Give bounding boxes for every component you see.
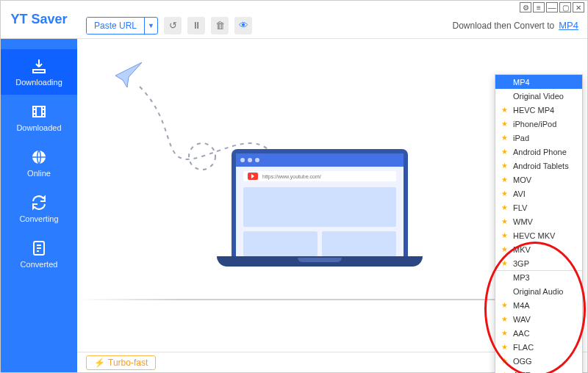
youtube-icon (248, 173, 258, 180)
format-option-label: MOV (513, 175, 531, 184)
convert-to-label: Download then Convert to MP4 (453, 20, 578, 31)
format-option-android-tablets[interactable]: ★Android Tablets (495, 159, 582, 173)
format-option-mp4[interactable]: ★MP4 (495, 75, 582, 89)
sidebar-item-label: Downloaded (16, 123, 61, 132)
format-option-label: AAC (513, 329, 530, 338)
format-dropdown[interactable]: ★MP4★Original Video★HEVC MP4★iPhone/iPod… (495, 74, 583, 373)
format-option-mkv[interactable]: ★MKV (495, 242, 582, 256)
pause-icon: ⏸ (192, 20, 201, 31)
star-icon: ★ (501, 203, 509, 211)
format-option-iphone-ipod[interactable]: ★iPhone/iPod (495, 117, 582, 131)
star-icon: ★ (501, 162, 509, 170)
format-option-wmv[interactable]: ★WMV (495, 214, 582, 228)
format-option-label: MP3 (513, 273, 530, 282)
sidebar-item-label: Online (27, 169, 51, 178)
menu-button[interactable]: ≡ (533, 2, 545, 12)
format-option-mov[interactable]: ★MOV (495, 173, 582, 186)
format-option-wav[interactable]: ★WAV (495, 312, 582, 326)
sidebar-item-downloaded[interactable]: Downloaded (1, 95, 77, 140)
format-option-label: Original Video (513, 92, 564, 101)
format-option-label: HEVC MP4 (513, 106, 554, 115)
format-option-3gp[interactable]: ★3GP (495, 256, 582, 270)
format-option-label: WMV (513, 217, 533, 226)
star-icon: ★ (501, 217, 509, 225)
maximize-button[interactable]: ▢ (559, 2, 571, 12)
refresh-icon (30, 194, 48, 211)
format-option-label: Original Audio (513, 287, 564, 296)
star-icon: ★ (501, 134, 509, 142)
format-option-flac[interactable]: ★FLAC (495, 340, 582, 354)
format-option-original-audio[interactable]: ★Original Audio (495, 284, 582, 298)
format-option-label: AIFF (513, 371, 531, 374)
sidebar-item-online[interactable]: Online (1, 140, 77, 186)
format-option-label: FLAC (513, 343, 534, 352)
format-option-ipad[interactable]: ★iPad (495, 131, 582, 145)
brand-title: YT Saver (1, 1, 77, 39)
pause-button[interactable]: ⏸ (187, 17, 205, 35)
content-area: https://www.youtube.com/ ★MP4★Original V… (77, 39, 587, 352)
sidebar-nav: DownloadingDownloadedOnlineConvertingCon… (1, 39, 77, 277)
format-option-hevc-mkv[interactable]: ★HEVC MKV (495, 228, 582, 242)
format-option-ogg[interactable]: ★OGG (495, 354, 582, 368)
sidebar-item-label: Converting (19, 214, 58, 223)
sidebar-item-downloading[interactable]: Downloading (1, 49, 77, 95)
delete-button[interactable]: 🗑 (211, 17, 229, 35)
format-option-mp3[interactable]: ★MP3 (495, 270, 582, 284)
close-button[interactable]: ✕ (573, 2, 584, 12)
format-option-aac[interactable]: ★AAC (495, 326, 582, 340)
format-option-label: Android Phone (513, 148, 567, 156)
format-option-label: OGG (513, 357, 532, 366)
format-option-flv[interactable]: ★FLV (495, 200, 582, 214)
minimize-icon: –– (548, 4, 556, 12)
star-icon: ★ (501, 357, 509, 365)
eye-icon: 👁 (239, 20, 248, 31)
sidebar: YT Saver DownloadingDownloadedOnlineConv… (1, 1, 77, 372)
caret-down-icon: ▼ (148, 22, 154, 29)
minimize-button[interactable]: –– (546, 2, 558, 12)
format-option-android-phone[interactable]: ★Android Phone (495, 145, 582, 159)
maximize-icon: ▢ (562, 4, 569, 12)
format-option-hevc-mp4[interactable]: ★HEVC MP4 (495, 103, 582, 117)
format-option-label: HEVC MKV (513, 231, 555, 240)
format-option-original-video[interactable]: ★Original Video (495, 89, 582, 103)
star-icon: ★ (501, 245, 509, 253)
sidebar-item-converting[interactable]: Converting (1, 186, 77, 231)
sidebar-item-converted[interactable]: Converted (1, 231, 77, 277)
toolbar: Paste URL ▼ ↺ ⏸ 🗑 👁 Download then Conver… (77, 12, 587, 39)
star-icon: ★ (501, 189, 509, 198)
format-option-avi[interactable]: ★AVI (495, 186, 582, 200)
paste-url-dropdown[interactable]: ▼ (144, 18, 157, 34)
star-icon: ★ (501, 259, 509, 267)
film-icon (30, 103, 48, 120)
main-area: ⚙ ≡ –– ▢ ✕ Paste URL ▼ ↺ ⏸ 🗑 👁 Download … (77, 1, 587, 372)
format-option-label: M4A (513, 301, 530, 310)
convert-prefix: Download then Convert to (453, 21, 555, 31)
star-icon: ★ (501, 148, 509, 156)
turbo-fast-button[interactable]: ⚡ Turbo-fast (86, 355, 156, 370)
star-icon: ★ (501, 231, 509, 239)
format-option-label: 3GP (513, 259, 529, 268)
illustration-url: https://www.youtube.com/ (262, 174, 321, 179)
format-option-m4a[interactable]: ★M4A (495, 298, 582, 312)
app-window: YT Saver DownloadingDownloadedOnlineConv… (0, 0, 588, 373)
globe-icon (30, 148, 48, 166)
undo-button[interactable]: ↺ (164, 17, 182, 35)
settings-button[interactable]: ⚙ (520, 2, 531, 12)
format-option-label: FLV (513, 203, 527, 212)
menu-icon: ≡ (537, 4, 541, 12)
format-option-aiff[interactable]: ★AIFF (495, 368, 582, 373)
paste-url-button[interactable]: Paste URL (87, 18, 144, 34)
format-option-label: AVI (513, 189, 526, 198)
document-check-icon (30, 239, 48, 257)
laptop-illustration: https://www.youtube.com/ (217, 149, 423, 267)
paste-url-button-group: Paste URL ▼ (86, 17, 158, 35)
svg-rect-0 (33, 106, 45, 117)
sidebar-item-label: Downloading (15, 78, 62, 87)
format-option-label: WAV (513, 315, 531, 324)
convert-format-link[interactable]: MP4 (559, 20, 578, 31)
turbo-label: Turbo-fast (108, 358, 148, 368)
preview-button[interactable]: 👁 (234, 17, 252, 35)
close-icon: ✕ (576, 4, 581, 12)
format-option-label: Android Tablets (513, 162, 569, 170)
format-option-label: iPad (513, 134, 529, 142)
